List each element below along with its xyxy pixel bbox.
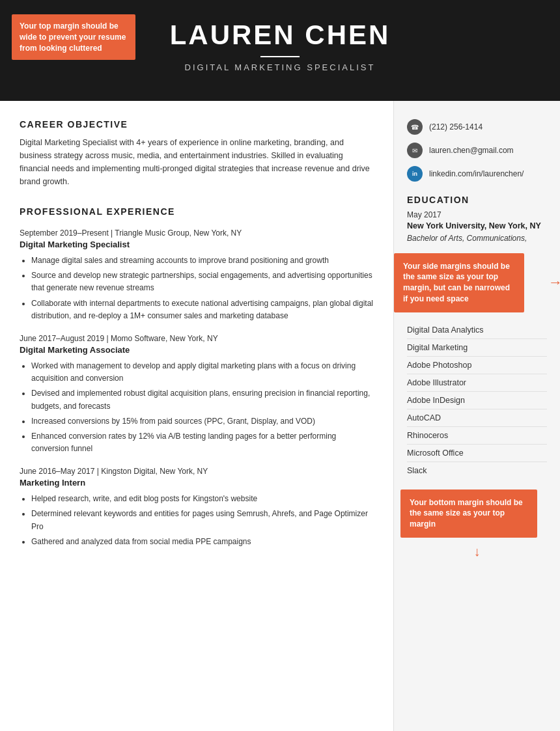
tooltip-top-margin: Your top margin should be wide to preven… <box>12 14 135 60</box>
header-divider <box>260 56 300 57</box>
skill-item: Digital Marketing <box>407 339 547 357</box>
skill-item: Slack <box>407 462 547 479</box>
job-bullets-2: Worked with management to develop and ap… <box>20 360 374 455</box>
job-entry-2: June 2017–August 2019 | Momo Software, N… <box>20 334 374 455</box>
candidate-title: DIGITAL MARKETING SPECIALIST <box>185 62 376 72</box>
list-item: Gathered and analyzed data from social m… <box>31 536 374 548</box>
edu-school: New York University, New York, NY <box>407 221 547 232</box>
job-entry-3: June 2016–May 2017 | Kingston Digital, N… <box>20 467 374 548</box>
job-bullets-3: Helped research, write, and edit blog po… <box>20 493 374 548</box>
job-title-3: Marketing Intern <box>20 478 374 488</box>
linkedin-contact: in linkedin.com/in/laurenchen/ <box>407 166 547 182</box>
list-item: Helped research, write, and edit blog po… <box>31 493 374 505</box>
email-icon: ✉ <box>407 143 423 158</box>
career-objective-title: CAREER OBJECTIVE <box>20 119 374 130</box>
main-content: CAREER OBJECTIVE Digital Marketing Speci… <box>0 101 560 731</box>
education-section: EDUCATION May 2017 New York University, … <box>407 195 547 243</box>
list-item: Enhanced conversion rates by 12% via A/B… <box>31 430 374 455</box>
job-title-2: Digital Marketing Associate <box>20 345 374 355</box>
phone-number: (212) 256-1414 <box>429 122 483 131</box>
job-header-2: June 2017–August 2019 | Momo Software, N… <box>20 334 374 343</box>
list-item: Determined relevant keywords and entitie… <box>31 508 374 532</box>
email-contact: ✉ lauren.chen@gmail.com <box>407 143 547 158</box>
career-objective-section: CAREER OBJECTIVE Digital Marketing Speci… <box>20 119 374 188</box>
linkedin-url: linkedin.com/in/laurenchen/ <box>429 169 524 178</box>
side-margin-tooltip-container: Your side margins should be the same siz… <box>407 253 547 312</box>
list-item: Collaborate with internal departments to… <box>31 297 374 322</box>
job-title-1: Digital Marketing Specialist <box>20 240 374 249</box>
job-bullets-1: Manage digital sales and streaming accou… <box>20 255 374 322</box>
job-header-3: June 2016–May 2017 | Kingston Digital, N… <box>20 467 374 476</box>
tooltip-side-margin: Your side margins should be the same siz… <box>394 253 524 312</box>
candidate-name: LAUREN CHEN <box>170 20 391 51</box>
skill-item: Rhinoceros <box>407 427 547 445</box>
skills-section: Digital Data Analytics Digital Marketing… <box>407 322 547 479</box>
skill-item: Adobe Illustrator <box>407 374 547 392</box>
skill-item: Adobe Photoshop <box>407 357 547 374</box>
linkedin-icon: in <box>407 166 423 182</box>
job-entry-1: September 2019–Present | Triangle Music … <box>20 228 374 322</box>
edu-degree: Bachelor of Arts, Communications, <box>407 234 547 243</box>
email-address: lauren.chen@gmail.com <box>429 146 514 155</box>
professional-experience-title: PROFESSIONAL EXPERIENCE <box>20 206 374 217</box>
right-column: ☎ (212) 256-1414 ✉ lauren.chen@gmail.com… <box>394 101 560 731</box>
professional-experience-section: PROFESSIONAL EXPERIENCE September 2019–P… <box>20 206 374 548</box>
skill-item: AutoCAD <box>407 409 547 427</box>
list-item: Increased conversions by 15% from paid s… <box>31 415 374 428</box>
skills-list: Digital Data Analytics Digital Marketing… <box>407 322 547 479</box>
list-item: Manage digital sales and streaming accou… <box>31 255 374 267</box>
education-title: EDUCATION <box>407 195 547 205</box>
resume-header: ↑ Your top margin should be wide to prev… <box>0 0 560 101</box>
skill-item: Digital Data Analytics <box>407 322 547 339</box>
phone-contact: ☎ (212) 256-1414 <box>407 119 547 135</box>
list-item: Worked with management to develop and ap… <box>31 360 374 385</box>
tooltip-bottom-margin: Your bottom margin should be the same si… <box>400 490 537 538</box>
contact-section: ☎ (212) 256-1414 ✉ lauren.chen@gmail.com… <box>407 119 547 182</box>
left-column: CAREER OBJECTIVE Digital Marketing Speci… <box>0 101 394 731</box>
bottom-margin-arrow-icon: ↓ <box>407 544 547 559</box>
job-header-1: September 2019–Present | Triangle Music … <box>20 228 374 238</box>
phone-icon: ☎ <box>407 119 423 135</box>
career-objective-text: Digital Marketing Specialist with 4+ yea… <box>20 136 374 188</box>
right-arrow-icon: → <box>548 274 560 291</box>
list-item: Source and develop new strategic partner… <box>31 269 374 294</box>
skill-item: Adobe InDesign <box>407 392 547 409</box>
list-item: Devised and implemented robust digital a… <box>31 387 374 412</box>
bottom-margin-tooltip-container: Your bottom margin should be the same si… <box>407 490 547 559</box>
edu-date: May 2017 <box>407 210 547 219</box>
skill-item: Microsoft Office <box>407 445 547 462</box>
